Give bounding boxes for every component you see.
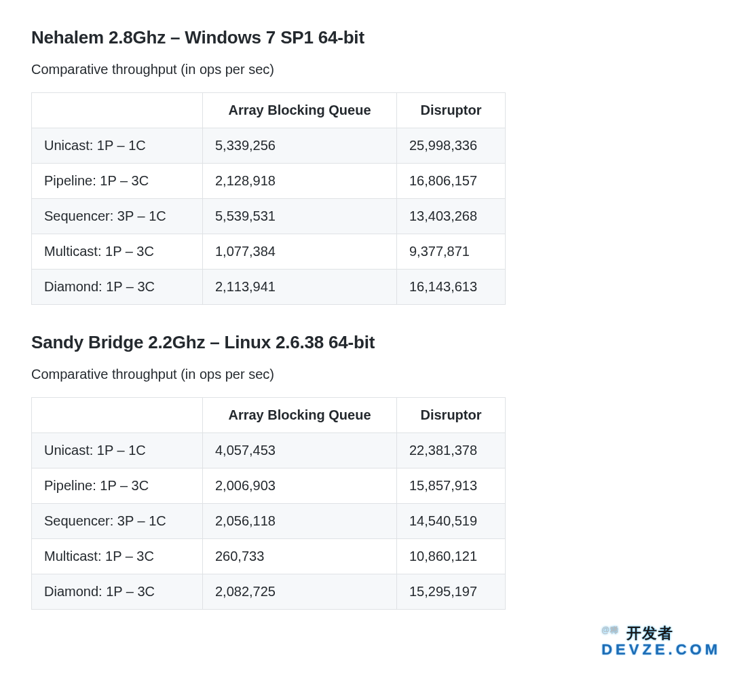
row-abq: 260,733 [203, 539, 397, 574]
row-label: Multicast: 1P – 3C [32, 234, 203, 270]
row-disruptor: 14,540,519 [397, 504, 506, 539]
row-label: Multicast: 1P – 3C [32, 539, 203, 574]
section-title: Nehalem 2.8Ghz – Windows 7 SP1 64-bit [31, 27, 702, 48]
table-row: Diamond: 1P – 3C 2,113,941 16,143,613 [32, 270, 506, 305]
benchmark-table: Array Blocking Queue Disruptor Unicast: … [31, 397, 506, 610]
table-header-disruptor: Disruptor [397, 93, 506, 128]
row-abq: 2,113,941 [203, 270, 397, 305]
row-label: Unicast: 1P – 1C [32, 128, 203, 164]
row-label: Sequencer: 3P – 1C [32, 504, 203, 539]
section-title: Sandy Bridge 2.2Ghz – Linux 2.6.38 64-bi… [31, 332, 702, 353]
table-row: Pipeline: 1P – 3C 2,128,918 16,806,157 [32, 164, 506, 199]
table-row: Multicast: 1P – 3C 1,077,384 9,377,871 [32, 234, 506, 270]
row-label: Pipeline: 1P – 3C [32, 164, 203, 199]
row-abq: 2,056,118 [203, 504, 397, 539]
row-abq: 2,128,918 [203, 164, 397, 199]
benchmark-section-sandybridge: Sandy Bridge 2.2Ghz – Linux 2.6.38 64-bi… [31, 332, 702, 610]
table-header-abq: Array Blocking Queue [203, 398, 397, 433]
row-label: Sequencer: 3P – 1C [32, 199, 203, 234]
table-row: Unicast: 1P – 1C 5,339,256 25,998,336 [32, 128, 506, 164]
section-subtitle: Comparative throughput (in ops per sec) [31, 367, 702, 382]
table-row: Diamond: 1P – 3C 2,082,725 15,295,197 [32, 574, 506, 610]
row-label: Pipeline: 1P – 3C [32, 468, 203, 504]
table-row: Pipeline: 1P – 3C 2,006,903 15,857,913 [32, 468, 506, 504]
row-disruptor: 16,143,613 [397, 270, 506, 305]
row-label: Unicast: 1P – 1C [32, 433, 203, 468]
table-row: Multicast: 1P – 3C 260,733 10,860,121 [32, 539, 506, 574]
section-subtitle: Comparative throughput (in ops per sec) [31, 62, 702, 77]
row-label: Diamond: 1P – 3C [32, 270, 203, 305]
row-disruptor: 25,998,336 [397, 128, 506, 164]
row-abq: 4,057,453 [203, 433, 397, 468]
table-row: Unicast: 1P – 1C 4,057,453 22,381,378 [32, 433, 506, 468]
table-row: Sequencer: 3P – 1C 2,056,118 14,540,519 [32, 504, 506, 539]
row-abq: 1,077,384 [203, 234, 397, 270]
table-header-abq: Array Blocking Queue [203, 93, 397, 128]
table-header-disruptor: Disruptor [397, 398, 506, 433]
row-label: Diamond: 1P – 3C [32, 574, 203, 610]
row-disruptor: 15,857,913 [397, 468, 506, 504]
row-abq: 5,539,531 [203, 199, 397, 234]
row-abq: 2,082,725 [203, 574, 397, 610]
row-disruptor: 9,377,871 [397, 234, 506, 270]
watermark-line1: 开发者 [626, 625, 673, 642]
row-disruptor: 22,381,378 [397, 433, 506, 468]
table-header-empty [32, 93, 203, 128]
benchmark-section-nehalem: Nehalem 2.8Ghz – Windows 7 SP1 64-bit Co… [31, 27, 702, 305]
row-disruptor: 10,860,121 [397, 539, 506, 574]
table-header-empty [32, 398, 203, 433]
watermark-prefix: @稀 [601, 625, 619, 635]
row-abq: 2,006,903 [203, 468, 397, 504]
row-abq: 5,339,256 [203, 128, 397, 164]
watermark-line2: DEVZE.COM [601, 641, 721, 659]
benchmark-table: Array Blocking Queue Disruptor Unicast: … [31, 92, 506, 305]
table-row: Sequencer: 3P – 1C 5,539,531 13,403,268 [32, 199, 506, 234]
row-disruptor: 15,295,197 [397, 574, 506, 610]
row-disruptor: 13,403,268 [397, 199, 506, 234]
watermark-logo: @稀 开发者 DEVZE.COM [601, 623, 721, 659]
row-disruptor: 16,806,157 [397, 164, 506, 199]
